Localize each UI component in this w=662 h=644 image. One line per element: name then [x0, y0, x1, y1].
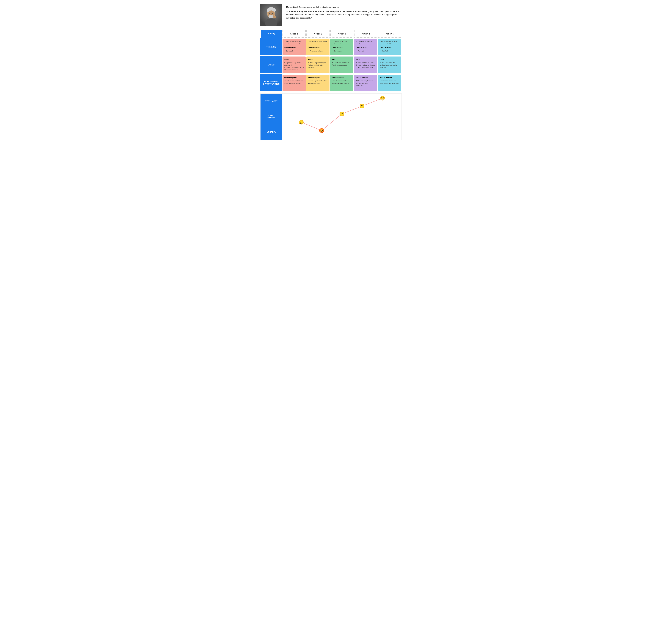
improvement-area-label-4: Area to improve — [356, 76, 376, 79]
improvement-note-5: Area to improve Ensure notifications are… — [378, 74, 401, 91]
improvement-area-text-3: Simplify setup with fewer steps and larg… — [332, 80, 352, 85]
doing-tasks-label-5: Tasks — [380, 59, 400, 61]
thinking-emotions-label-2: User Emotions — [308, 47, 328, 49]
thinking-note-1: "I hope this app is simple enough for me… — [282, 39, 305, 55]
doing-note-2: Tasks A. Asks his granddaughter for help… — [306, 56, 329, 73]
action2-col-header: Action 2 — [306, 30, 329, 38]
unhappy-label: UNHAPPY — [260, 124, 282, 140]
emotion-labels: VERY HAPPY OVERALL SATISFIED UNHAPPY — [260, 94, 282, 140]
doing-tasks-label-4: Tasks — [356, 59, 376, 61]
doing-task-5-0: A. Read and close the notification, pres… — [380, 62, 400, 69]
thinking-note-5: "This reminder is exactly what I needed!… — [378, 39, 401, 55]
svg-point-7 — [272, 13, 273, 14]
thinking-emotion-2-0: Frustrated, Irritated — [310, 50, 328, 52]
emotion-chart-section: VERY HAPPY OVERALL SATISFIED UNHAPPY 😟 😡… — [260, 93, 402, 140]
improvement-area-label-1: Area to improve — [284, 76, 304, 79]
thinking-row: THINKING "I hope this app is simple enou… — [260, 38, 402, 55]
thinking-quote-3: "Ah, this is the correct section now." — [332, 41, 352, 45]
doing-task-1-1: B. Attempt to navigate to the "Reminders… — [284, 66, 304, 71]
thinking-emotions-label-1: User Emotions — [284, 47, 304, 49]
thinking-note-4: "It's working as expected now." User Emo… — [354, 39, 377, 55]
action4-col-header: Action 4 — [354, 30, 377, 38]
improvement-area-text-5: Ensure notifications are easy to read an… — [380, 80, 400, 85]
improvement-area-text-2: Include a guided tutorial or voice-based… — [308, 80, 328, 85]
thinking-note-3: "Ah, this is the correct section now." U… — [330, 39, 353, 55]
goal-line: Mark's Goal: To manage any and all medic… — [286, 5, 402, 9]
svg-rect-9 — [273, 16, 276, 18]
improvement-row: IMPROVEMENT OPPORTUNITIES Area to improv… — [260, 74, 402, 91]
action1-col-header: Action 1 — [282, 30, 305, 38]
avatar — [260, 4, 282, 26]
thinking-emotion-1-0: Confused — [286, 50, 304, 52]
goal-label: Mark's Goal — [286, 6, 298, 8]
doing-task-3-0: A. Locate the medication Reminder setup … — [332, 62, 352, 66]
doing-task-4-2: C. Input medication time. — [356, 66, 376, 69]
improvement-note-1: Area to improve Provide an accessibility… — [282, 74, 305, 91]
thinking-emotions-label-5: User Emotions — [380, 47, 400, 49]
activity-col-header: Activity — [261, 30, 282, 38]
doing-tasks-label-1: Tasks — [284, 59, 304, 61]
emoji-point-2: 😡 — [319, 128, 324, 133]
improvement-area-text-4: Add preset templates for common reminder… — [356, 80, 376, 87]
header-text: Mark's Goal: To manage any and all medic… — [286, 4, 402, 20]
thinking-emotions-list-4: Relieved — [358, 50, 376, 52]
action3-col-header: Action 3 — [330, 30, 353, 38]
thinking-quote-2: "I can't find the exact option I need." — [308, 41, 328, 45]
doing-row: DOING Tasks A. Opens the app to the dash… — [260, 56, 402, 73]
improvement-area-label-3: Area to improve — [332, 76, 352, 79]
thinking-emotion-5-0: Satisfied — [382, 50, 400, 52]
improvement-note-3: Area to improve Simplify setup with fewe… — [330, 74, 353, 91]
thinking-note-2: "I can't find the exact option I need." … — [306, 39, 329, 55]
doing-task-4-0: A. Input medication name. — [356, 62, 376, 64]
emoji-point-4: 🙂 — [359, 104, 365, 109]
doing-tasks-label-3: Tasks — [332, 59, 352, 61]
thinking-emotions-list-5: Satisfied — [382, 50, 400, 52]
doing-task-4-1: B. Input medication dosage. — [356, 64, 376, 66]
scenario-line: Scenario - Adding his First Prescription… — [286, 10, 402, 20]
doing-note-3: Tasks A. Locate the medication Reminder … — [330, 56, 353, 73]
doing-note-5: Tasks A. Read and close the notification… — [378, 56, 401, 73]
emoji-point-1: 😟 — [299, 120, 304, 125]
improvement-area-label-5: Area to improve — [380, 76, 400, 79]
improvement-area-label-2: Area to improve — [308, 76, 328, 79]
thinking-quote-5: "This reminder is exactly what I needed!… — [380, 41, 400, 45]
thinking-quote-4: "It's working as expected now." — [356, 41, 376, 45]
emoji-point-5: 😁 — [380, 96, 385, 101]
thinking-emotions-label-3: User Emotions — [332, 47, 352, 49]
thinking-emotion-4-0: Relieved — [358, 50, 376, 52]
doing-note-4: Tasks A. Input medication name. B. Input… — [354, 56, 377, 73]
thinking-emotions-list-2: Frustrated, Irritated — [310, 50, 328, 52]
thinking-emotions-label-4: User Emotions — [356, 47, 376, 49]
improvement-note-4: Area to improve Add preset templates for… — [354, 74, 377, 91]
column-headers: Activity Action 1 Action 2 Action 3 Acti… — [260, 30, 402, 38]
svg-point-8 — [269, 15, 274, 18]
thinking-emotions-list-1: Confused — [286, 50, 304, 52]
improvement-note-2: Area to improve Include a guided tutoria… — [306, 74, 329, 91]
scenario-label: Scenario - Adding his First Prescription — [286, 10, 324, 13]
doing-label: DOING — [260, 56, 282, 73]
svg-point-6 — [269, 13, 270, 14]
improvement-label: IMPROVEMENT OPPORTUNITIES — [260, 74, 282, 91]
emotion-chart-area: 😟 😡 😐 🙂 😁 — [282, 94, 402, 140]
improvement-area-text-1: Provide an accessibility-first layout wi… — [284, 80, 304, 85]
thinking-label: THINKING — [260, 38, 282, 55]
goal-text: : To manage any and all medication remin… — [298, 6, 339, 8]
action5-col-header: Action 5 — [378, 30, 401, 38]
doing-task-1-0: A. Opens the app to the dashboard. — [284, 62, 304, 66]
very-happy-label: VERY HAPPY — [260, 94, 282, 109]
doing-note-1: Tasks A. Opens the app to the dashboard.… — [282, 56, 305, 73]
emoji-point-3: 😐 — [339, 111, 345, 117]
header-section: Mark's Goal: To manage any and all medic… — [260, 4, 402, 26]
thinking-emotions-list-3: Encouraged — [334, 50, 352, 52]
overall-satisfied-label: OVERALL SATISFIED — [260, 109, 282, 124]
doing-tasks-label-2: Tasks — [308, 59, 328, 61]
thinking-emotion-3-0: Encouraged — [334, 50, 352, 52]
doing-task-2-0: A. Asks his granddaughter for help navig… — [308, 62, 328, 69]
thinking-quote-1: "I hope this app is simple enough for me… — [284, 41, 304, 45]
